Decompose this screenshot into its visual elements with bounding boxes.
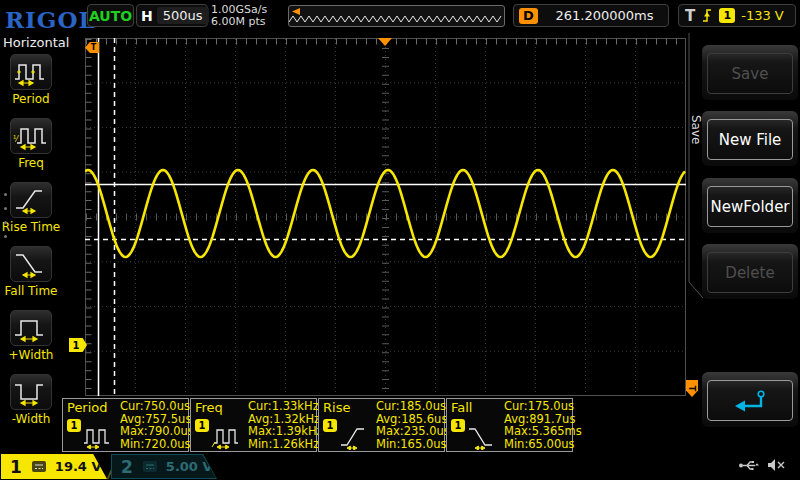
save-button[interactable]: Save (702, 45, 798, 100)
measurement-source-badge: 1 (67, 419, 81, 432)
new-file-button[interactable]: New File (702, 111, 798, 166)
delete-button[interactable]: Delete (702, 244, 798, 299)
dc-coupling-icon (143, 461, 158, 472)
memory-depth: 6.00M pts (211, 16, 267, 28)
fall-time-icon (13, 249, 49, 279)
measurement-row: Cur:750.0us (120, 400, 194, 413)
menu-item-plus-width[interactable]: +Width (0, 310, 62, 362)
menu-item-rise-time[interactable]: Rise Time (0, 182, 62, 234)
horizontal-timebase-box[interactable]: H 500us (136, 4, 208, 27)
rise-time-icon (339, 424, 371, 450)
grid-lines (86, 39, 685, 395)
channel-2-tab[interactable]: 2 5.00 V (111, 454, 217, 479)
left-function-menu: Horizontal Period ⅟ Freq Rise Time (0, 32, 62, 455)
usb-icon (738, 459, 760, 472)
rising-edge-icon (701, 7, 713, 24)
preview-waveform (289, 6, 504, 26)
menu-scroll-indicator (4, 182, 7, 249)
horizontal-center-marker (378, 38, 392, 46)
new-folder-button[interactable]: NewFolder (702, 178, 798, 233)
run-status-label: AUTO (89, 8, 132, 24)
preview-waveform-path (289, 16, 501, 22)
measurement-source-badge: 1 (451, 419, 465, 432)
menu-item-fall-time[interactable]: Fall Time (0, 246, 62, 298)
measurement-row: Cur:1.33kHz (248, 400, 323, 413)
period-icon (83, 424, 115, 450)
trigger-status-box[interactable]: T 1 -133 V (678, 4, 796, 27)
period-icon (13, 57, 49, 87)
oscilloscope-screen: RIGOL AUTO H 500us 1.00GSa/s 6.00M pts D… (0, 0, 800, 480)
measurement-row: Cur:175.0us (504, 400, 582, 413)
menu-item-label: Fall Time (0, 284, 62, 298)
rigol-logo: RIGOL (5, 6, 96, 33)
measurement-panel-rise: Rise 1 Cur:185.0us Avg:185.6us Max:235.0… (318, 398, 445, 452)
measurement-row: Min:720.0us (120, 438, 194, 451)
measurement-source-badge: 1 (195, 419, 209, 432)
run-status-badge: AUTO (87, 4, 134, 27)
measurement-row: Max:5.365ms (504, 425, 582, 438)
trigger-level-value: -133 V (741, 8, 784, 23)
freq-icon: ⅟ (13, 121, 49, 151)
menu-item-label: Freq (0, 156, 62, 170)
menu-item-label: Rise Time (0, 220, 62, 234)
channel-status-bar: 1 19.4 V 2 5.00 V (0, 453, 800, 480)
menu-item-label: -Width (0, 412, 62, 426)
right-soft-menu: Save Save New File NewFolder Delete (688, 32, 800, 453)
channel-1-tab[interactable]: 1 19.4 V (1, 454, 107, 479)
menu-item-label: Period (0, 92, 62, 106)
return-arrow-icon (728, 388, 772, 414)
back-button[interactable] (702, 372, 798, 427)
trigger-delay-box[interactable]: D 261.200000ms (513, 4, 669, 27)
left-menu-title: Horizontal (0, 32, 62, 50)
acquisition-info: 1.00GSa/s 6.00M pts (211, 4, 267, 28)
freq-icon (211, 424, 243, 450)
minus-width-icon (13, 377, 49, 407)
trigger-source-badge: 1 (719, 8, 735, 23)
menu-item-period[interactable]: Period (0, 54, 62, 106)
graticule-svg (85, 38, 686, 396)
plus-width-icon (13, 313, 49, 343)
measurement-panel-freq: Freq 1 Cur:1.33kHz Avg:1.32kHz Max:1.39k… (190, 398, 317, 452)
measurement-source-badge: 1 (323, 419, 337, 432)
measurement-row: Min:1.26kHz (248, 438, 323, 451)
menu-item-freq[interactable]: ⅟ Freq (0, 118, 62, 170)
measurement-row: Cur:185.0us (376, 400, 450, 413)
waveform-display (85, 38, 686, 396)
waveform-preview-strip (288, 5, 505, 27)
measurement-row: Max:235.0us (376, 425, 450, 438)
speaker-muted-icon (767, 458, 786, 472)
dc-coupling-icon (32, 461, 47, 472)
delay-icon: D (519, 8, 538, 24)
trigger-label: T (685, 7, 695, 25)
fall-time-icon (467, 424, 499, 450)
measurement-row: Min:165.0us (376, 438, 450, 451)
timebase-value: 500us (157, 7, 209, 24)
delay-value: 261.200000ms (546, 8, 663, 23)
measurement-panel-period: Period 1 Cur:750.0us Avg:757.5us Max:790… (62, 398, 189, 452)
measurement-row: Min:65.00us (504, 438, 582, 451)
measurement-bar: Period 1 Cur:750.0us Avg:757.5us Max:790… (62, 398, 574, 452)
menu-item-label: +Width (0, 348, 62, 362)
measurement-panel-fall: Fall 1 Cur:175.0us Avg:891.7us Max:5.365… (446, 398, 573, 452)
menu-item-minus-width[interactable]: -Width (0, 374, 62, 426)
menu-tab-label: Save (689, 90, 703, 170)
rise-time-icon (13, 185, 49, 215)
measurement-row: Max:790.0us (120, 425, 194, 438)
measurement-row: Max:1.39kHz (248, 425, 323, 438)
horizontal-label: H (141, 8, 153, 24)
